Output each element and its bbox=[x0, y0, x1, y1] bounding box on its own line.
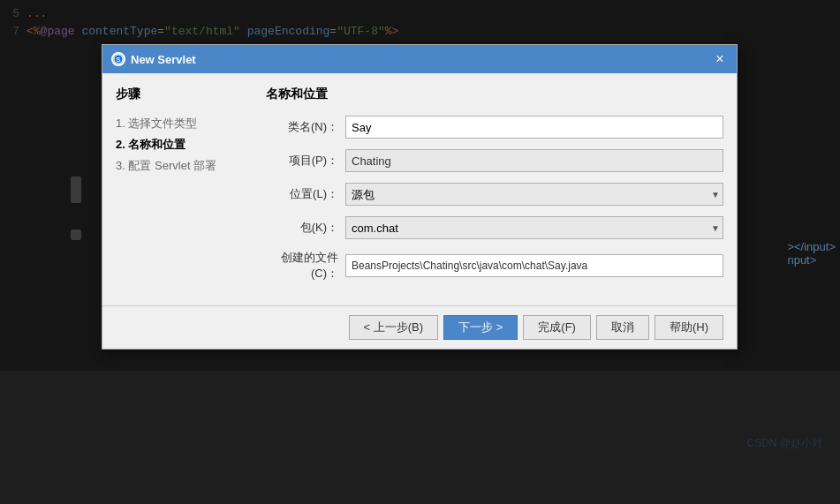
step-3-label: 配置 Servlet 部署 bbox=[128, 159, 216, 172]
step-2: 2. 名称和位置 bbox=[116, 134, 253, 155]
class-name-label: 类名(N)： bbox=[266, 119, 345, 135]
project-value: Chating bbox=[345, 149, 723, 172]
help-button[interactable]: 帮助(H) bbox=[655, 315, 723, 340]
created-file-value: BeansProjects\Chating\src\java\com\chat\… bbox=[345, 254, 723, 277]
location-row: 位置(L)： 源包 ▼ bbox=[266, 183, 723, 206]
step-1-label: 选择文件类型 bbox=[128, 117, 197, 130]
location-label: 位置(L)： bbox=[266, 186, 345, 202]
step-2-label: 名称和位置 bbox=[128, 138, 185, 151]
dialog-body: 步骤 1. 选择文件类型 2. 名称和位置 3. 配置 Servlet 部署 名… bbox=[102, 73, 737, 305]
form-panel: 名称和位置 类名(N)： 项目(P)： Chating 位置(L)： 源包 ▼ bbox=[266, 87, 723, 292]
dialog-title-text: New Servlet bbox=[131, 53, 196, 66]
steps-title: 步骤 bbox=[116, 87, 253, 102]
dialog-footer: < 上一步(B) 下一步 > 完成(F) 取消 帮助(H) bbox=[102, 305, 737, 349]
cancel-button[interactable]: 取消 bbox=[596, 315, 649, 340]
class-name-input[interactable] bbox=[345, 116, 723, 139]
finish-button[interactable]: 完成(F) bbox=[523, 315, 591, 340]
package-row: 包(K)： com.chat ▼ bbox=[266, 216, 723, 239]
package-select[interactable]: com.chat bbox=[345, 216, 723, 239]
step-1-num: 1. bbox=[116, 117, 125, 130]
next-button[interactable]: 下一步 > bbox=[443, 315, 518, 340]
step-1: 1. 选择文件类型 bbox=[116, 113, 253, 134]
form-title: 名称和位置 bbox=[266, 87, 723, 102]
class-name-row: 类名(N)： bbox=[266, 116, 723, 139]
step-3: 3. 配置 Servlet 部署 bbox=[116, 155, 253, 177]
dialog-close-button[interactable]: × bbox=[712, 51, 728, 67]
new-servlet-dialog: S New Servlet × 步骤 1. 选择文件类型 2. 名称和位置 3. bbox=[102, 44, 738, 350]
project-label: 项目(P)： bbox=[266, 153, 345, 169]
steps-list: 1. 选择文件类型 2. 名称和位置 3. 配置 Servlet 部署 bbox=[116, 113, 253, 177]
project-row: 项目(P)： Chating bbox=[266, 149, 723, 172]
dialog-icon: S bbox=[111, 52, 125, 66]
location-select[interactable]: 源包 bbox=[345, 183, 723, 206]
package-select-wrapper: com.chat ▼ bbox=[345, 216, 723, 239]
created-file-row: 创建的文件(C)： BeansProjects\Chating\src\java… bbox=[266, 250, 723, 282]
created-file-label: 创建的文件(C)： bbox=[266, 250, 345, 282]
dialog-title-group: S New Servlet bbox=[111, 52, 196, 66]
dialog-titlebar: S New Servlet × bbox=[102, 45, 737, 73]
location-select-wrapper: 源包 ▼ bbox=[345, 183, 723, 206]
svg-text:S: S bbox=[116, 56, 121, 64]
steps-panel: 步骤 1. 选择文件类型 2. 名称和位置 3. 配置 Servlet 部署 bbox=[116, 87, 253, 292]
step-3-num: 3. bbox=[116, 159, 125, 172]
back-button[interactable]: < 上一步(B) bbox=[349, 315, 439, 340]
step-2-num: 2. bbox=[116, 138, 125, 151]
package-label: 包(K)： bbox=[266, 220, 345, 236]
